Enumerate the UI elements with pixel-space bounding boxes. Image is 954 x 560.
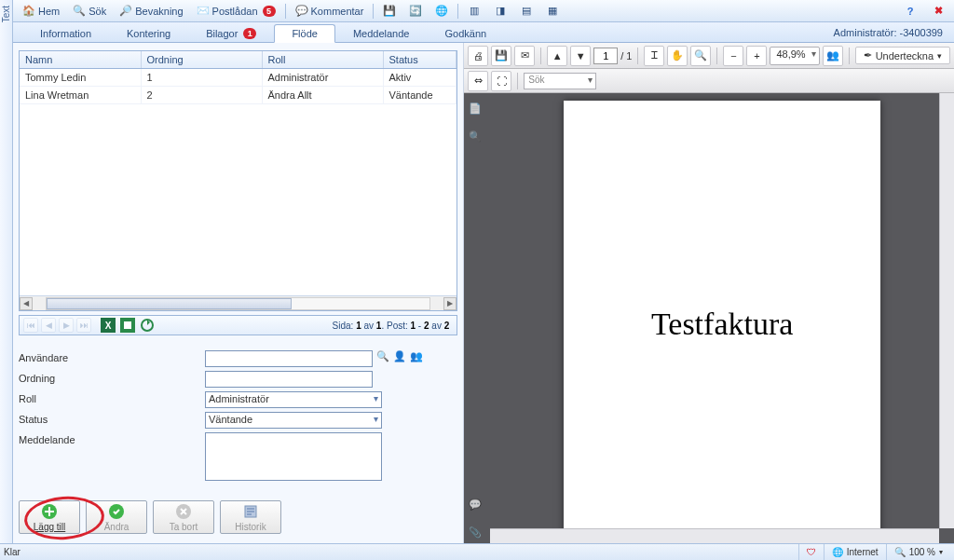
detail-form: Användare 🔍 👤 👥 Ordning Roll Administrat…: [19, 350, 457, 485]
action-bar: Lägg till Ändra Ta bort Historik: [19, 500, 281, 534]
chevron-down-icon: ▾: [939, 548, 943, 556]
table-row[interactable]: Tommy Ledin 1 Administratör Aktiv: [20, 69, 457, 87]
collaborate-button[interactable]: 👥: [823, 46, 843, 66]
marquee-zoom-button[interactable]: 🔍: [690, 46, 711, 66]
fit-width-button[interactable]: ⇔: [468, 71, 488, 91]
save-button[interactable]: 💾: [491, 46, 511, 66]
col-status[interactable]: Status: [383, 51, 457, 69]
toolbar-separator: [285, 4, 286, 19]
help-icon: ?: [904, 5, 917, 18]
lagg-till-button[interactable]: Lägg till: [19, 500, 80, 534]
users-icon[interactable]: 👥: [410, 350, 423, 362]
pdf-canvas[interactable]: Testfaktura: [490, 93, 954, 543]
zoom-out-button[interactable]: −: [723, 46, 743, 66]
col-ordning[interactable]: Ordning: [141, 51, 262, 69]
bookmarks-icon[interactable]: 🔍: [469, 130, 485, 147]
scroll-thumb[interactable]: [47, 298, 292, 309]
collaborate-icon: 👥: [826, 49, 839, 61]
bevakning-button[interactable]: 🔎 Bevakning: [114, 3, 188, 20]
export-csv-icon[interactable]: [119, 317, 136, 334]
nav-first-button[interactable]: ⏮: [23, 318, 38, 333]
ta-bort-button[interactable]: Ta bort: [153, 500, 214, 534]
layout-2-button[interactable]: ◨: [488, 3, 512, 20]
andra-button[interactable]: Ändra: [86, 500, 147, 534]
zoom-select[interactable]: 48,9%: [770, 47, 819, 65]
left-rail[interactable]: Text: [0, 0, 13, 543]
close-button[interactable]: ✖: [926, 3, 950, 20]
fit-page-button[interactable]: ⛶: [491, 71, 511, 91]
status-zoom[interactable]: 🔍 100 % ▾: [886, 544, 950, 560]
admin-label: Administratör: -3400399: [834, 27, 954, 38]
pdf-vscroll[interactable]: [939, 93, 954, 528]
hem-label: Hem: [38, 6, 60, 17]
toolbar-separator: [457, 4, 458, 19]
grid-hscroll[interactable]: ◀ ▶: [20, 295, 457, 310]
pdf-hscroll[interactable]: [490, 528, 939, 543]
left-pane: Namn Ordning Roll Status Tommy Ledin 1 A…: [13, 43, 464, 543]
nav-prev-button[interactable]: ◀: [41, 318, 56, 333]
pdf-search-input[interactable]: Sök: [524, 73, 596, 89]
print-button[interactable]: 🖨: [468, 46, 488, 66]
search-user-icon[interactable]: 🔍: [376, 350, 389, 362]
grid-paging-info: Sida: 1 av 1. Post: 1 - 2 av 2: [333, 321, 454, 331]
ordning-input[interactable]: [205, 371, 373, 388]
toolbar-action-1[interactable]: 💾: [377, 3, 402, 20]
plus-icon: +: [754, 50, 759, 61]
pdf-page: Testfaktura: [564, 101, 880, 543]
layout-4-button[interactable]: ▦: [540, 3, 565, 20]
sok-button[interactable]: 🔍 Sök: [67, 3, 112, 20]
anvandare-input[interactable]: [205, 350, 373, 367]
tab-godkann[interactable]: Godkänn: [427, 24, 504, 42]
page-down-button[interactable]: ▼: [570, 46, 591, 66]
scroll-left-icon[interactable]: ◀: [20, 297, 33, 310]
toolbar-action-2[interactable]: 🔄: [403, 3, 428, 20]
user-icon[interactable]: 👤: [393, 350, 406, 362]
attachments-icon[interactable]: 📎: [469, 526, 485, 543]
thumbnails-icon[interactable]: 📄: [469, 102, 485, 119]
scroll-right-icon[interactable]: ▶: [443, 297, 457, 310]
toolbar-action-3[interactable]: 🌐: [429, 3, 454, 20]
zoom-area-icon: 🔍: [694, 49, 707, 61]
tab-information[interactable]: Information: [22, 24, 109, 42]
bevakning-label: Bevakning: [135, 6, 183, 17]
hand-tool-button[interactable]: ✋: [667, 46, 688, 66]
hem-button[interactable]: 🏠 Hem: [17, 3, 65, 20]
historik-button[interactable]: Historik: [220, 500, 281, 534]
nav-last-button[interactable]: ⏭: [76, 318, 91, 333]
main-area: Namn Ordning Roll Status Tommy Ledin 1 A…: [13, 43, 954, 543]
fit-page-icon: ⛶: [497, 75, 507, 87]
tab-meddelande[interactable]: Meddelande: [335, 24, 428, 42]
nav-next-button[interactable]: ▶: [59, 318, 74, 333]
main-toolbar: 🏠 Hem 🔍 Sök 🔎 Bevakning ✉️ Postlådan 5 💬…: [13, 0, 954, 22]
select-tool-button[interactable]: Ꮖ: [644, 46, 664, 66]
export-refresh-icon[interactable]: [139, 317, 156, 334]
status-zone[interactable]: 🌐 Internet: [824, 544, 886, 560]
kommentar-button[interactable]: 💬 Kommentar: [290, 3, 370, 20]
layout-3-button[interactable]: ▤: [514, 3, 538, 20]
col-roll[interactable]: Roll: [262, 51, 383, 69]
email-button[interactable]: ✉: [514, 46, 535, 66]
comments-icon[interactable]: 💬: [469, 499, 485, 515]
layout-1-button[interactable]: ▥: [462, 3, 486, 20]
tab-kontering[interactable]: Kontering: [109, 24, 188, 42]
export-excel-icon[interactable]: X: [100, 317, 116, 334]
status-security: 🛡: [798, 544, 824, 560]
help-button[interactable]: ?: [898, 3, 922, 20]
page-up-button[interactable]: ▲: [547, 46, 567, 66]
svg-text:X: X: [105, 321, 112, 331]
edit-icon: [108, 503, 125, 520]
roll-select[interactable]: Administratör: [205, 391, 382, 408]
meddelande-textarea[interactable]: [205, 432, 382, 481]
tab-bilagor[interactable]: Bilagor 1: [188, 24, 274, 42]
zoom-in-button[interactable]: +: [746, 46, 767, 66]
status-select[interactable]: Väntande: [205, 412, 382, 429]
arrow-up-icon: ▲: [552, 50, 563, 61]
page-input[interactable]: [593, 48, 618, 64]
tab-flode[interactable]: Flöde: [274, 24, 335, 43]
postladan-button[interactable]: ✉️ Postlådan 5: [191, 3, 281, 20]
print-icon: 🖨: [473, 50, 484, 61]
col-namn[interactable]: Namn: [20, 51, 141, 69]
layout-split-icon: ◨: [494, 5, 507, 18]
underteckna-button[interactable]: ✒ Underteckna ▾: [855, 47, 950, 64]
table-row[interactable]: Lina Wretman 2 Ändra Allt Väntande: [20, 87, 457, 104]
